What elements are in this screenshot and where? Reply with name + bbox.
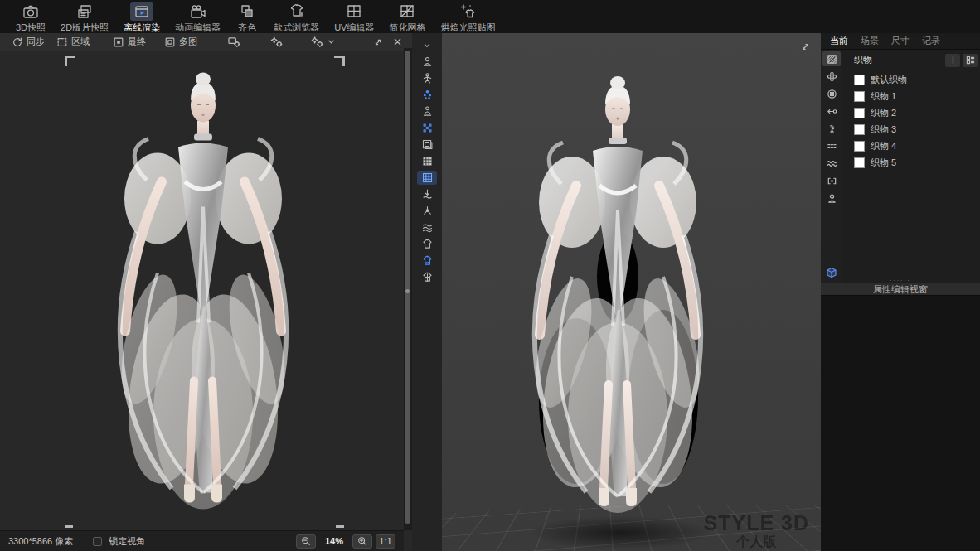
expand-icon[interactable] bbox=[373, 37, 383, 47]
final-label: 最终 bbox=[128, 36, 146, 48]
tool-label: 3D快照 bbox=[16, 22, 46, 34]
button-icon[interactable] bbox=[822, 86, 841, 101]
avatar-pose-icon[interactable] bbox=[417, 71, 437, 85]
actual-size-button[interactable]: 1:1 bbox=[376, 534, 395, 549]
style3d-app: 3D快照 2D版片快照 离线渲染 动画编辑器 齐色 bbox=[0, 0, 980, 551]
pattern-checker-icon[interactable] bbox=[417, 121, 437, 135]
panel-drag-handle[interactable]: ...... bbox=[821, 277, 980, 282]
camera-icon bbox=[19, 2, 42, 21]
zipper-icon[interactable] bbox=[822, 121, 841, 136]
list-view-button[interactable] bbox=[963, 54, 978, 67]
watermark: STYLE 3D 个人版 bbox=[704, 513, 809, 549]
fabric-item[interactable]: 织物 1 bbox=[842, 88, 980, 104]
fabric-swatch bbox=[854, 124, 865, 135]
zoom-level: 14% bbox=[319, 536, 349, 546]
tool-bake-lightmap[interactable]: 烘焙光照贴图 bbox=[433, 2, 502, 34]
category-strip bbox=[821, 50, 842, 283]
tool-label: 简化网格 bbox=[389, 22, 425, 34]
bake-lightmap-icon bbox=[456, 2, 479, 21]
garment-active-icon[interactable] bbox=[417, 254, 437, 268]
close-icon[interactable] bbox=[393, 37, 402, 46]
region-label: 区域 bbox=[71, 36, 90, 48]
zoom-out-button[interactable] bbox=[296, 534, 316, 549]
tool-simplify-mesh[interactable]: 简化网格 bbox=[381, 2, 433, 34]
render-status-bar: 3300*5866 像素 锁定视角 14% 1:1 bbox=[0, 530, 404, 551]
tool-style-browser[interactable]: 款式浏览器 bbox=[266, 2, 327, 34]
tool-animation-editor[interactable]: 动画编辑器 bbox=[167, 2, 228, 34]
multi-image-label: 多图 bbox=[179, 36, 197, 48]
fabric-item[interactable]: 织物 5 bbox=[842, 154, 980, 171]
crop-corner-bottom-right bbox=[336, 525, 344, 528]
tool-uv-editor[interactable]: UV编辑器 bbox=[327, 2, 381, 34]
zoom-in-button[interactable] bbox=[352, 534, 372, 549]
fabric-swatch bbox=[854, 141, 865, 152]
tool-offline-render[interactable]: 离线渲染 bbox=[116, 2, 167, 34]
tab-scene[interactable]: 场景 bbox=[861, 35, 879, 47]
steam-icon[interactable] bbox=[417, 187, 437, 201]
grid-active-icon[interactable] bbox=[417, 171, 437, 185]
render-preview-canvas[interactable] bbox=[0, 51, 404, 530]
render-light-button[interactable] bbox=[305, 36, 340, 48]
fabric-list: 默认织物 织物 1 织物 2 织物 3 bbox=[842, 70, 980, 171]
tool-colorway[interactable]: 齐色 bbox=[228, 2, 266, 34]
fabric-swatch bbox=[854, 75, 865, 85]
accessory-icon[interactable] bbox=[822, 69, 841, 84]
fabric-item[interactable]: 织物 4 bbox=[842, 138, 980, 154]
resolution-text: 3300*5866 像素 bbox=[8, 535, 73, 548]
shirring-icon[interactable] bbox=[822, 156, 841, 171]
tool-2d-pattern-snapshot[interactable]: 2D版片快照 bbox=[53, 2, 116, 34]
avatar-points-icon[interactable] bbox=[417, 88, 437, 102]
avatar-tab-icon[interactable] bbox=[822, 191, 841, 205]
tab-size[interactable]: 尺寸 bbox=[891, 35, 910, 47]
add-fabric-button[interactable] bbox=[945, 54, 960, 67]
fabric-item[interactable]: 织物 2 bbox=[842, 104, 980, 121]
viewport-3d[interactable]: STYLE 3D 个人版 bbox=[442, 33, 821, 551]
garment-wireframe-icon[interactable] bbox=[417, 270, 437, 284]
crop-corner-top-right bbox=[334, 56, 345, 66]
tool-3d-snapshot[interactable]: 3D快照 bbox=[8, 2, 53, 34]
avatar-stand-icon[interactable] bbox=[417, 104, 437, 118]
tool-label: 离线渲染 bbox=[124, 22, 160, 34]
binding-icon[interactable] bbox=[822, 173, 841, 188]
fabric-panel: 织物 默认织物 bbox=[842, 50, 980, 283]
sync-icon bbox=[12, 36, 23, 48]
fabric-swatch bbox=[854, 157, 865, 168]
sync-toggle[interactable]: 同步 bbox=[7, 36, 50, 48]
viewport-expand-icon[interactable] bbox=[800, 41, 811, 52]
rendered-model bbox=[79, 51, 327, 528]
fabric-item[interactable]: 织物 3 bbox=[842, 121, 980, 138]
multi-image-toggle[interactable]: 多图 bbox=[159, 36, 202, 48]
fabric-title: 织物 bbox=[854, 54, 872, 66]
crop-corner-top-left bbox=[65, 56, 75, 66]
avatar-icon[interactable] bbox=[417, 55, 437, 69]
render-quality-button[interactable] bbox=[264, 36, 289, 48]
grid-solid-icon[interactable] bbox=[417, 154, 437, 168]
uv-editor-icon bbox=[342, 2, 366, 21]
lock-view-checkbox[interactable] bbox=[93, 537, 102, 546]
texture-frame-icon[interactable] bbox=[417, 138, 437, 152]
tool-label: UV编辑器 bbox=[334, 22, 374, 34]
topstitch-icon[interactable] bbox=[822, 138, 841, 153]
region-toggle[interactable]: 区域 bbox=[51, 36, 95, 48]
splitter-thumb[interactable] bbox=[405, 51, 410, 524]
puller-icon[interactable] bbox=[822, 104, 841, 118]
final-toggle[interactable]: 最终 bbox=[108, 36, 151, 48]
tab-record[interactable]: 记录 bbox=[922, 35, 940, 47]
avatar-model-3d[interactable] bbox=[493, 48, 742, 539]
zoom-in-icon bbox=[357, 536, 367, 546]
property-body: 织物 默认织物 bbox=[821, 50, 980, 283]
property-editor-footer[interactable]: 属性编辑视窗 bbox=[821, 283, 980, 296]
panel-splitter[interactable] bbox=[404, 48, 412, 530]
chevron-collapse-icon[interactable] bbox=[417, 38, 437, 52]
fabric-swatch-icon[interactable] bbox=[822, 51, 841, 66]
snapshot-settings-button[interactable] bbox=[222, 36, 246, 48]
image-gear-icon bbox=[227, 36, 241, 48]
wind-icon[interactable] bbox=[417, 220, 437, 234]
pin-node-icon[interactable] bbox=[417, 204, 437, 218]
viewport-toolbar bbox=[412, 33, 442, 551]
final-icon bbox=[113, 36, 124, 48]
garment-icon[interactable] bbox=[417, 237, 437, 251]
fabric-item[interactable]: 默认织物 bbox=[842, 71, 980, 88]
tab-current[interactable]: 当前 bbox=[830, 35, 848, 47]
style-browser-icon bbox=[285, 2, 308, 21]
